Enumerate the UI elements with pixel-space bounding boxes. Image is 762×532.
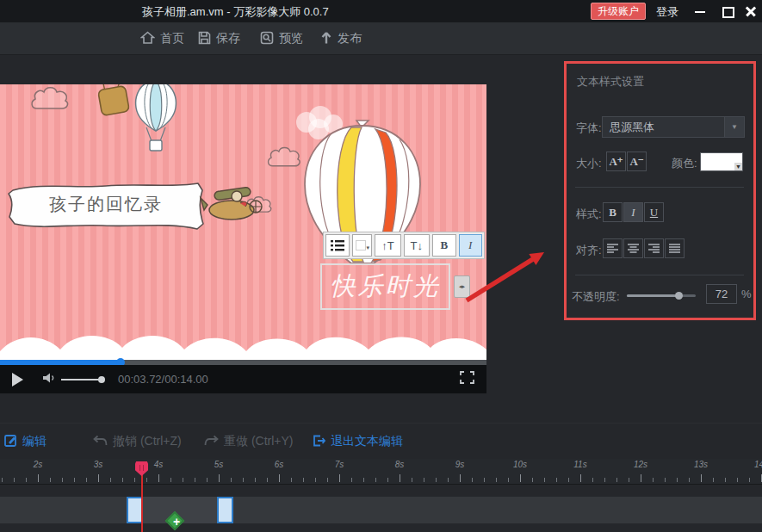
- time-display: 00:03.72/00:14.00: [118, 373, 208, 386]
- home-label: 首页: [160, 31, 184, 46]
- ruler-label: 5s: [214, 460, 224, 469]
- align-left-button[interactable]: [603, 238, 623, 258]
- ruler-tick: [62, 478, 63, 482]
- ruler-label: 6s: [275, 460, 284, 469]
- font-size-increase-button[interactable]: A⁺: [606, 152, 626, 171]
- opacity-unit: %: [741, 288, 752, 300]
- opacity-slider[interactable]: [627, 294, 696, 297]
- edit-button[interactable]: 编辑: [4, 424, 46, 460]
- playhead-line[interactable]: [141, 474, 143, 532]
- opacity-input[interactable]: [706, 284, 737, 304]
- align-justify-button[interactable]: [665, 238, 685, 258]
- font-color-swatch[interactable]: ▼: [700, 152, 743, 171]
- font-label: 字体:: [576, 121, 602, 136]
- ruler-tick: [207, 478, 208, 482]
- exit-text-edit-label: 退出文本编辑: [331, 434, 403, 449]
- font-decrease-button[interactable]: T↓: [404, 234, 430, 257]
- ruler-tick: [74, 478, 75, 482]
- ruler-tick: [387, 478, 388, 482]
- ruler-tick: [556, 478, 557, 482]
- ruler-tick: [231, 478, 232, 482]
- text-style-panel: 文本样式设置 字体: 思源黑体 ▼ 大小: A⁺ A⁻ 颜色: ▼ 样式: B …: [564, 61, 756, 320]
- timeline-tracks[interactable]: +: [0, 485, 762, 532]
- maximize-button[interactable]: [716, 0, 738, 22]
- ruler-label: 9s: [455, 460, 465, 469]
- text-edit-box[interactable]: 快乐时光: [320, 263, 450, 310]
- ruler-tick: [98, 474, 99, 482]
- cloud-border-art: [0, 329, 486, 360]
- ruler-label: 2s: [34, 460, 43, 469]
- text-color-button[interactable]: ▾: [352, 234, 372, 257]
- font-increase-button[interactable]: ↑T: [375, 234, 400, 257]
- bullet-list-icon: [331, 239, 344, 251]
- tan-balloon-art: [86, 84, 138, 122]
- login-button[interactable]: 登录: [656, 4, 678, 20]
- redo-button[interactable]: 重做 (Ctrl+Y): [204, 424, 294, 460]
- ruler-tick: [315, 478, 316, 482]
- preview-label: 预览: [279, 31, 303, 46]
- ruler-tick: [749, 478, 750, 482]
- home-button[interactable]: 首页: [140, 22, 184, 55]
- bold-style-button[interactable]: B: [603, 202, 623, 222]
- font-size-decrease-button[interactable]: A⁻: [627, 152, 647, 171]
- font-family-select[interactable]: 思源黑体 ▼: [602, 116, 745, 138]
- volume-slider[interactable]: [61, 379, 102, 380]
- ruler-tick: [183, 478, 183, 482]
- ruler-tick: [327, 478, 328, 482]
- clip-end-handle[interactable]: [217, 497, 233, 523]
- volume-icon[interactable]: [42, 372, 56, 387]
- preview-button[interactable]: 预览: [260, 22, 303, 55]
- ruler-tick: [448, 478, 449, 482]
- underline-style-button[interactable]: U: [644, 202, 664, 222]
- chevron-down-icon: ▼: [724, 117, 744, 137]
- align-right-icon: [648, 244, 660, 253]
- minimize-button[interactable]: [689, 0, 711, 22]
- ruler-tick: [50, 478, 51, 482]
- ruler-tick: [146, 478, 147, 482]
- play-button[interactable]: [12, 373, 23, 387]
- align-justify-icon: [669, 244, 680, 253]
- upgrade-account-button[interactable]: 升级账户: [591, 3, 646, 20]
- align-center-button[interactable]: [623, 238, 643, 258]
- ruler-tick: [544, 478, 545, 482]
- ruler-label: 14s: [754, 460, 762, 469]
- ruler-label: 4s: [154, 460, 164, 469]
- ruler-tick: [400, 474, 400, 482]
- opacity-slider-thumb[interactable]: [675, 292, 683, 300]
- ruler-label: 3s: [94, 460, 103, 469]
- playhead-marker[interactable]: [135, 461, 148, 476]
- ruler-tick: [520, 474, 521, 482]
- italic-style-button[interactable]: I: [623, 202, 643, 222]
- bullet-list-button[interactable]: [325, 234, 350, 257]
- edit-bar: 编辑 撤销 (Ctrl+Z) 重做 (Ctrl+Y) 退出文本编辑: [0, 423, 762, 459]
- ruler-label: 13s: [694, 460, 708, 469]
- ruler-tick: [291, 478, 292, 482]
- exit-text-edit-button[interactable]: 退出文本编辑: [313, 424, 403, 460]
- save-button[interactable]: 保存: [198, 22, 240, 55]
- opacity-slider-fill: [627, 294, 678, 297]
- ruler-tick: [436, 478, 437, 482]
- fullscreen-button[interactable]: [460, 371, 474, 387]
- video-preview-canvas[interactable]: 孩子的回忆录 ▾ ↑T: [0, 84, 486, 360]
- ruler-tick: [424, 478, 424, 482]
- timeline-ruler[interactable]: 2s3s4s5s6s7s8s9s10s11s12s13s14s: [0, 459, 762, 485]
- close-button[interactable]: [740, 0, 762, 22]
- edit-pencil-icon: [4, 434, 17, 449]
- player-controls: 00:03.72/00:14.00: [0, 365, 486, 393]
- ruler-tick: [592, 478, 593, 482]
- ruler-tick: [725, 478, 726, 482]
- publish-button[interactable]: 发布: [320, 22, 362, 55]
- align-right-button[interactable]: [644, 238, 664, 258]
- title-bar: 孩子相册.am.vm - 万彩影像大师 0.0.7 升级账户 登录: [0, 0, 762, 22]
- undo-button[interactable]: 撤销 (Ctrl+Z): [93, 424, 182, 460]
- ruler-label: 12s: [634, 460, 647, 469]
- undo-icon: [93, 435, 108, 449]
- ruler-tick: [134, 478, 135, 482]
- bold-button[interactable]: B: [432, 234, 456, 257]
- volume-thumb[interactable]: [98, 376, 105, 383]
- text-track[interactable]: +: [0, 497, 762, 523]
- title-banner[interactable]: 孩子的回忆录: [7, 179, 205, 232]
- ruler-tick: [701, 474, 702, 482]
- redo-label: 重做 (Ctrl+Y): [224, 434, 294, 449]
- exit-icon: [313, 435, 325, 449]
